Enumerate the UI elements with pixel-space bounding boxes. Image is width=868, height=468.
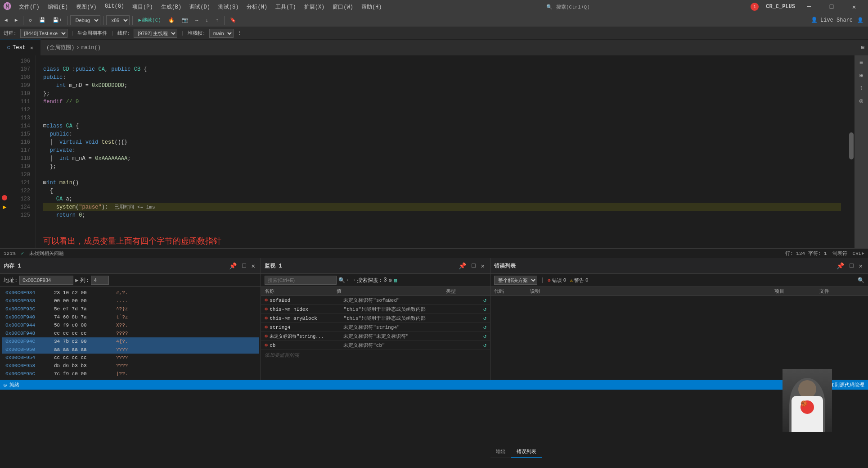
- memory-row-0: 0x00C0F934 23 10 c2 00 #,?.: [2, 289, 259, 297]
- menu-help[interactable]: 帮助(H): [358, 2, 386, 12]
- arrow-indicator: ▶: [3, 203, 6, 211]
- menu-git[interactable]: Git(G): [101, 2, 128, 12]
- menu-extensions[interactable]: 扩展(X): [301, 2, 328, 12]
- stop-button[interactable]: 🔥: [166, 16, 177, 24]
- menu-debug[interactable]: 调试(D): [186, 2, 214, 12]
- scope-dropdown[interactable]: 整个解决方案: [494, 276, 537, 285]
- watch-nav-forward[interactable]: →: [352, 277, 355, 283]
- avatar-container: 🏀: [783, 369, 832, 432]
- watch-float-button[interactable]: □: [470, 261, 477, 270]
- watch-refresh-0[interactable]: ↺: [483, 297, 486, 304]
- watch-refresh-1[interactable]: ↺: [483, 306, 486, 313]
- scrollbar-thumb[interactable]: [849, 132, 854, 159]
- process-label: 进程:: [4, 30, 17, 36]
- watch-search-icon[interactable]: 🔍: [338, 277, 345, 284]
- minimize-button[interactable]: ─: [799, 0, 819, 14]
- watch-depth-settings[interactable]: ⚙: [389, 277, 392, 284]
- address-input[interactable]: [19, 276, 73, 285]
- thread-dropdown[interactable]: [9792] 主线程: [134, 29, 177, 38]
- save-button[interactable]: 💾: [36, 16, 48, 24]
- address-go-button[interactable]: ▶: [75, 277, 78, 284]
- close-button[interactable]: ✕: [844, 0, 864, 14]
- stepout-button[interactable]: ↑: [213, 17, 221, 24]
- editor-tab-test[interactable]: C Test ✕: [0, 40, 41, 55]
- restore-button[interactable]: □: [821, 0, 842, 14]
- menu-tools[interactable]: 工具(T): [272, 2, 300, 12]
- error-pin-button[interactable]: 📌: [835, 261, 846, 271]
- line-num-117: 117: [9, 146, 30, 154]
- error-float-button[interactable]: □: [848, 261, 855, 270]
- menu-build[interactable]: 生成(B): [157, 2, 185, 12]
- sidebar-icon-1[interactable]: ≡: [856, 57, 867, 68]
- watch-table-header: 名称 值 类型: [261, 287, 490, 296]
- watch-refresh-2[interactable]: ↺: [483, 315, 486, 322]
- menu-window[interactable]: 窗口(W): [329, 2, 357, 12]
- restart-button[interactable]: 📷: [179, 16, 191, 24]
- live-share-button[interactable]: 👤 Live Share: [811, 17, 853, 23]
- watch-nav-back[interactable]: ←: [347, 277, 350, 283]
- sidebar-icon-4[interactable]: ◎: [856, 95, 867, 106]
- editor-tabs: C Test ✕ (全局范围) › main() ⊞: [0, 40, 868, 55]
- watch-refresh-5[interactable]: ↺: [483, 342, 486, 349]
- undo-button[interactable]: ↺: [26, 16, 35, 24]
- vs-logo: 🅜: [4, 2, 12, 12]
- error-icon: ⊗: [548, 277, 551, 283]
- memory-close-button[interactable]: ✕: [250, 261, 257, 271]
- stack-expand[interactable]: ⋮: [237, 30, 242, 36]
- error-label: 错误: [552, 277, 562, 284]
- menu-project[interactable]: 项目(P): [129, 2, 157, 12]
- watch-refresh-4[interactable]: ↺: [483, 333, 486, 340]
- watch-val-4: 未定义标识符"未定义标识符": [343, 333, 481, 340]
- saveall-button[interactable]: 💾+: [50, 16, 65, 24]
- stepinto-button[interactable]: ↓: [203, 17, 211, 24]
- watch-name-0: sofaBed: [270, 298, 342, 303]
- profile-button[interactable]: 👤: [855, 16, 866, 24]
- watch-col-type: 类型: [446, 288, 486, 295]
- watch-grid-icon[interactable]: ▦: [394, 277, 397, 284]
- error-icon-1: ⊗: [265, 306, 268, 313]
- watch-refresh-3[interactable]: ↺: [483, 324, 486, 331]
- memory-toolbar: 地址: ▶ 列:: [0, 274, 261, 287]
- sidebar-icon-3[interactable]: ↕: [856, 82, 867, 93]
- zoom-level: 121%: [4, 251, 15, 256]
- menu-view[interactable]: 视图(V): [72, 2, 100, 12]
- watch-close-button[interactable]: ✕: [479, 261, 486, 271]
- window-controls: ─ □ ✕: [799, 0, 864, 14]
- menu-file[interactable]: 文件(F): [15, 2, 43, 12]
- code-content[interactable]: class CD :public CA, public CB { public:…: [36, 55, 848, 248]
- code-line-113: [43, 114, 841, 122]
- stack-dropdown[interactable]: main: [209, 29, 234, 38]
- menu-edit[interactable]: 编辑(E): [44, 2, 72, 12]
- code-line-125: return 0;: [43, 211, 841, 219]
- output-tab[interactable]: 输出: [490, 446, 511, 458]
- stepover-button[interactable]: →: [193, 17, 201, 24]
- watch-add-item[interactable]: 添加要监视的项: [261, 350, 490, 360]
- memory-pin-button[interactable]: 📌: [227, 261, 238, 271]
- menu-analyze[interactable]: 分析(N): [243, 2, 271, 12]
- code-line-116: │ virtual void test(){}: [43, 138, 841, 146]
- memory-float-button[interactable]: □: [240, 261, 247, 270]
- arch-dropdown[interactable]: x86: [106, 15, 130, 25]
- live-share-icon: 👤: [811, 17, 818, 23]
- editor-scrollbar[interactable]: [848, 55, 855, 248]
- error-close-button[interactable]: ✕: [857, 261, 864, 271]
- back-button[interactable]: ◀: [2, 16, 10, 24]
- error-search-icon[interactable]: 🔍: [858, 277, 864, 284]
- errorlist-tab[interactable]: 错误列表: [511, 446, 542, 458]
- process-dropdown[interactable]: [8440] Test.exe: [20, 29, 67, 38]
- bookmark-button[interactable]: 🔖: [227, 16, 239, 24]
- watch-pin-button[interactable]: 📌: [457, 261, 468, 271]
- sidebar-icon-2[interactable]: ⊞: [856, 70, 867, 81]
- menu-test[interactable]: 测试(S): [215, 2, 243, 12]
- breadcrumb-func: main(): [81, 45, 101, 51]
- continue-button[interactable]: ▶ 继续(C): [135, 16, 163, 24]
- tab-name: Test: [13, 45, 26, 51]
- toolbar: ◀ ▶ ↺ 💾 💾+ Debug x86 ▶ 继续(C) 🔥 📷 → ↓ ↑ 🔖…: [0, 14, 868, 27]
- forward-button[interactable]: ▶: [12, 16, 21, 24]
- split-editor-button[interactable]: ⊞: [861, 44, 864, 51]
- tab-close[interactable]: ✕: [30, 45, 33, 51]
- col-input[interactable]: [91, 276, 109, 285]
- config-dropdown[interactable]: Debug: [70, 15, 100, 25]
- code-line-110: };: [43, 90, 841, 98]
- watch-search-input[interactable]: [265, 276, 337, 285]
